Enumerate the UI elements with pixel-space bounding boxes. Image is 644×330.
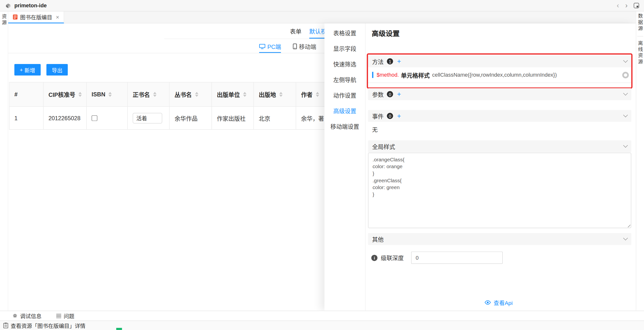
problems-label: 问题 [64,312,74,320]
col-author-label: 作者 [301,90,312,99]
add-button-label: 新增 [24,66,35,74]
export-button[interactable]: 导出 [46,64,68,75]
view-api-link[interactable]: 查看Api [366,298,631,307]
method-name: 单元格样式 [401,71,430,79]
cell-series: 余华作品 [170,106,212,129]
layout-icon[interactable] [634,3,639,8]
clipboard-icon [3,323,8,328]
menu-display-fields[interactable]: 显示字段 [324,41,365,56]
resources-vertical-tab[interactable]: 资源 [0,14,8,26]
form-file-icon [13,14,18,20]
chevron-down-icon[interactable] [623,58,628,62]
book-table: # CIP核准号 ISBN 正书名 丛书名 [9,82,338,130]
methods-count-badge: 1 [387,58,393,64]
strip-divider [637,36,643,36]
col-series: 丛书名 [170,82,212,106]
plus-icon: + [20,67,23,73]
sort-icon[interactable] [153,92,156,97]
debug-icon [12,313,18,319]
col-index-label: # [14,91,18,98]
col-title: 正书名 [128,82,170,106]
params-count-badge: 0 [387,91,393,97]
chevron-down-icon[interactable] [623,112,628,117]
document-tab-bar: 图书在版编目 × [8,11,636,23]
section-other-label: 其他 [372,235,384,243]
menu-quick-filter[interactable]: 快速筛选 [324,56,365,72]
sort-icon[interactable] [280,92,282,97]
datasource-vertical-tab[interactable]: 数据源 [637,14,644,32]
method-action-icon[interactable] [622,71,629,78]
menu-action-settings[interactable]: 动作设置 [324,87,365,103]
method-signature: cellClassName({row,rowIndex,column,colum… [432,72,557,78]
nav-forward-icon[interactable]: › [625,2,628,9]
events-count-badge: 0 [387,113,393,119]
problems-tab[interactable]: 问题 [56,312,74,320]
app-title: primeton-ide [14,2,47,8]
section-params[interactable]: 参数 0 + [368,88,631,100]
section-other[interactable]: 其他 [368,233,631,245]
menu-advanced-settings[interactable]: 高级设置 [324,103,365,118]
settings-menu: 表格设置 显示字段 快速筛选 左侧导航 动作设置 高级设置 移动端设置 [324,23,366,311]
settings-panel: 表格设置 显示字段 快速筛选 左侧导航 动作设置 高级设置 移动端设置 高级设置… [324,23,636,311]
events-empty-text: 无 [372,125,378,133]
debug-info-label: 调试信息 [20,312,42,320]
menu-mobile-settings[interactable]: 移动端设置 [324,118,365,134]
list-icon [56,314,61,318]
title-bar: primeton-ide ‹ › [0,0,644,11]
menu-left-nav[interactable]: 左侧导航 [324,72,365,87]
isbn-checkbox[interactable] [92,115,98,121]
view-api-label: 查看Api [494,298,512,307]
close-icon[interactable]: × [56,14,59,20]
sort-icon[interactable] [109,92,112,97]
offline-resources-vertical-tab[interactable]: 离线资源 [637,41,644,65]
add-button[interactable]: + 新增 [14,64,40,75]
bottom-tool-bar: 调试信息 问题 [0,311,644,320]
chevron-down-icon[interactable] [623,143,628,147]
cell-place: 北京 [254,106,296,129]
debug-info-tab[interactable]: 调试信息 [12,312,42,320]
info-icon: i [371,255,377,261]
tab-pc[interactable]: PC端 [259,42,281,51]
section-methods[interactable]: 方法 1 + [368,55,631,67]
col-place: 出版地 [254,82,296,106]
add-param-icon[interactable]: + [397,91,401,97]
col-index: # [10,82,44,106]
nav-back-icon[interactable]: ‹ [617,2,619,9]
tab-mobile-label: 移动端 [299,42,316,51]
cell-cip: 2012265028 [44,106,87,129]
cell-isbn [87,106,128,129]
section-events[interactable]: 事件 0 + [368,110,631,122]
status-text: 查看资源「图书在版编目」详情 [11,322,86,329]
app-logo-icon [5,2,12,9]
export-button-label: 导出 [52,66,62,74]
settings-content: 高级设置 方法 1 + $method. 单元格样式 cellClassName… [366,23,636,311]
cascade-depth-input[interactable] [411,252,503,264]
col-title-label: 正书名 [133,90,150,99]
method-entry[interactable]: $method. 单元格样式 cellClassName({row,rowInd… [368,67,631,83]
section-global-style[interactable]: 全局样式 [368,140,631,152]
table-header-row: # CIP核准号 ISBN 正书名 丛书名 [10,82,338,106]
phone-icon [293,43,297,49]
col-publisher: 出版单位 [212,82,254,106]
sort-icon[interactable] [316,92,319,97]
tab-mobile[interactable]: 移动端 [293,42,316,51]
sort-icon[interactable] [195,92,198,97]
section-params-label: 参数 [372,90,384,98]
sort-icon[interactable] [79,92,82,97]
chevron-down-icon[interactable] [623,91,628,95]
add-method-icon[interactable]: + [397,58,401,65]
document-tab-label: 图书在版编目 [20,13,52,21]
sort-icon[interactable] [243,92,246,97]
section-events-label: 事件 [372,112,384,120]
add-event-icon[interactable]: + [397,113,401,119]
title-cell-input[interactable]: 活着 [133,113,162,123]
left-sidebar-strip: 资源 [0,11,8,311]
cell-title: 活着 [128,106,170,129]
monitor-icon [259,44,265,49]
document-tab[interactable]: 图书在版编目 × [8,11,64,23]
chevron-down-icon[interactable] [623,236,628,240]
global-style-editor[interactable]: .orangeClass{ color: orange } .greenClas… [368,153,631,228]
menu-table-settings[interactable]: 表格设置 [324,25,365,41]
cell-publisher: 作家出版社 [212,106,254,129]
tab-form[interactable]: 表单 [290,27,301,35]
